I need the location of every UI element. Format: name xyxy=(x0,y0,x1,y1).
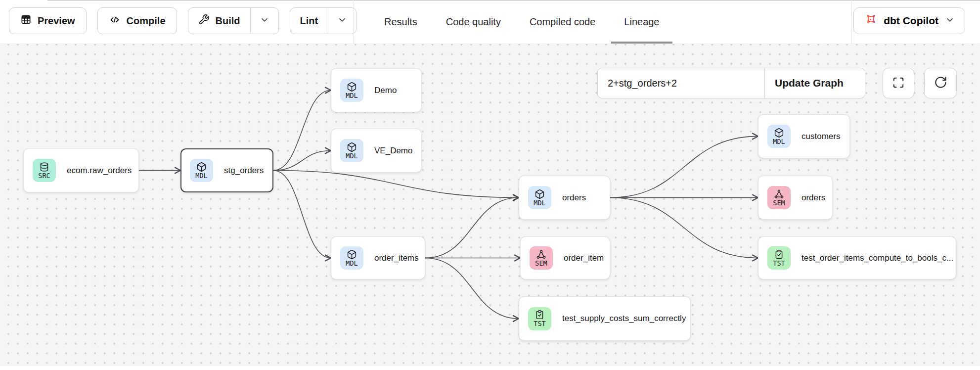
sem-badge-icon: SEM xyxy=(530,246,553,270)
tab-lineage[interactable]: Lineage xyxy=(624,0,659,44)
mdl-badge-icon: MDL xyxy=(340,139,363,162)
tab-results[interactable]: Results xyxy=(384,0,417,44)
copilot-divider xyxy=(851,0,852,44)
build-button[interactable]: Build xyxy=(188,8,250,34)
lineage-node-demo[interactable]: MDLDemo xyxy=(331,68,422,112)
lineage-edge-orders_mdl-to-customers xyxy=(610,137,758,198)
compile-button-label: Compile xyxy=(127,15,166,27)
node-label: stg_orders xyxy=(224,166,264,176)
mdl-badge-icon: MDL xyxy=(190,159,213,182)
lineage-edge-orders_mdl-to-test_order_items xyxy=(610,198,758,258)
lineage-edge-order_items-to-test_supply xyxy=(425,258,519,319)
toolbar-tabs-divider xyxy=(353,0,354,44)
node-label: test_supply_costs_sum_correctly xyxy=(562,314,686,324)
lineage-edge-stg_orders-to-orders_mdl xyxy=(273,171,519,198)
bottom-strip xyxy=(0,366,980,370)
lint-button-label: Lint xyxy=(300,15,318,27)
lineage-node-order_items[interactable]: MDLorder_items xyxy=(331,236,425,279)
node-label: test_order_items_compute_to_bools_c... xyxy=(802,253,953,263)
node-label: orders xyxy=(562,193,586,203)
lint-button[interactable]: Lint xyxy=(290,8,328,34)
lineage-node-orders_mdl[interactable]: MDLorders xyxy=(519,176,610,220)
lineage-node-test_order_items[interactable]: TSTtest_order_items_compute_to_bools_c..… xyxy=(758,236,956,279)
compile-button[interactable]: Compile xyxy=(97,7,177,34)
node-label: Demo xyxy=(374,86,397,95)
node-label: customers xyxy=(802,132,840,141)
tst-badge-icon: TST xyxy=(528,307,551,330)
lint-dropdown-button[interactable] xyxy=(328,8,356,34)
mdl-badge-icon: MDL xyxy=(340,79,363,102)
chevron-down-icon xyxy=(337,15,347,27)
tab-code-quality[interactable]: Code quality xyxy=(446,0,501,44)
table-icon xyxy=(20,14,32,28)
dbt-copilot-icon xyxy=(864,13,877,29)
src-badge-icon: SRC xyxy=(33,159,56,182)
top-bar: Preview Compile Build xyxy=(0,0,980,44)
fullscreen-icon xyxy=(892,76,905,91)
result-pane-tabs: Results Code quality Compiled code Linea… xyxy=(384,0,660,44)
tab-compiled-code[interactable]: Compiled code xyxy=(530,0,595,44)
lineage-edge-order_items-to-orders_mdl xyxy=(425,198,519,258)
fullscreen-button[interactable] xyxy=(883,68,914,98)
dbt-copilot-button[interactable]: dbt Copilot xyxy=(853,7,965,34)
lineage-node-ecom_raw_orders[interactable]: SRCecom.raw_orders xyxy=(23,148,139,192)
lineage-edge-stg_orders-to-ve_demo xyxy=(273,151,331,171)
build-button-label: Build xyxy=(216,15,240,27)
refresh-button[interactable] xyxy=(924,68,957,98)
sem-badge-icon: SEM xyxy=(767,186,791,209)
tst-badge-icon: TST xyxy=(767,246,791,270)
lineage-node-orders_sem[interactable]: SEMorders xyxy=(758,176,833,220)
node-label: orders xyxy=(802,193,825,203)
code-icon xyxy=(109,14,121,28)
lineage-edge-stg_orders-to-demo xyxy=(273,91,331,171)
chevron-down-icon xyxy=(260,15,269,27)
node-selector-input[interactable] xyxy=(598,68,764,98)
chevron-down-icon xyxy=(945,15,955,27)
lineage-node-customers[interactable]: MDLcustomers xyxy=(758,114,850,158)
preview-button-label: Preview xyxy=(38,15,75,27)
mdl-badge-icon: MDL xyxy=(767,125,791,148)
node-label: order_items xyxy=(374,253,419,263)
lineage-canvas[interactable]: SRCecom.raw_ordersMDLstg_ordersMDLDemoMD… xyxy=(0,44,980,366)
node-label: order_item xyxy=(564,253,604,263)
ide-toolbar: Preview Compile Build xyxy=(9,7,356,34)
preview-button[interactable]: Preview xyxy=(9,7,87,34)
node-label: ecom.raw_orders xyxy=(67,166,132,176)
refresh-icon xyxy=(934,76,947,91)
lineage-node-test_supply[interactable]: TSTtest_supply_costs_sum_correctly xyxy=(519,296,691,341)
mdl-badge-icon: MDL xyxy=(528,186,551,209)
lineage-edge-stg_orders-to-order_items xyxy=(273,171,331,258)
build-button-group: Build xyxy=(188,7,279,34)
lineage-node-ve_demo[interactable]: MDLVE_Demo xyxy=(331,129,422,173)
build-dropdown-button[interactable] xyxy=(250,8,278,34)
lineage-node-order_item_sem[interactable]: SEMorder_item xyxy=(520,236,610,279)
wrench-icon xyxy=(198,14,210,28)
dbt-copilot-label: dbt Copilot xyxy=(884,15,938,27)
mdl-badge-icon: MDL xyxy=(340,246,363,270)
node-label: VE_Demo xyxy=(374,146,412,156)
update-graph-button[interactable]: Update Graph xyxy=(764,68,865,98)
node-selector-group: Update Graph xyxy=(597,68,865,98)
lint-button-group: Lint xyxy=(290,7,357,34)
lineage-node-stg_orders[interactable]: MDLstg_orders xyxy=(180,148,273,192)
